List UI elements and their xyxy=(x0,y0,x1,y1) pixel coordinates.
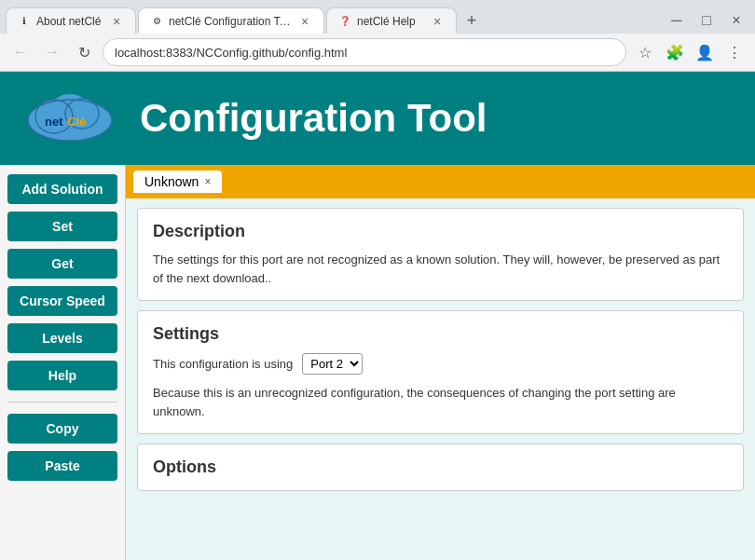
content-tab-close-icon[interactable]: × xyxy=(204,175,211,188)
content-area: Unknown × Description The settings for t… xyxy=(126,165,755,560)
restore-button[interactable]: □ xyxy=(693,7,720,34)
tab-close-config[interactable]: × xyxy=(297,14,312,29)
forward-button[interactable]: → xyxy=(39,39,65,65)
main-layout: Add Solution Set Get Cursor Speed Levels… xyxy=(0,165,755,560)
sidebar-divider xyxy=(7,402,117,403)
svg-text:Clé: Clé xyxy=(67,115,86,129)
content-scroll: Description The settings for this port a… xyxy=(126,198,755,560)
tab-close-help[interactable]: × xyxy=(430,14,445,29)
description-text: The settings for this port are not recog… xyxy=(153,251,728,287)
content-tab-unknown[interactable]: Unknown × xyxy=(133,171,222,193)
sidebar: Add Solution Set Get Cursor Speed Levels… xyxy=(0,165,126,560)
levels-button[interactable]: Levels xyxy=(7,323,117,353)
tab-label-help: netClé Help xyxy=(357,15,424,28)
settings-panel: Settings This configuration is using Por… xyxy=(137,310,744,434)
tab-about[interactable]: ℹ About netClé × xyxy=(6,7,136,34)
paste-button[interactable]: Paste xyxy=(7,451,117,481)
options-title: Options xyxy=(153,458,728,477)
address-url: localhost:8383/NCConfig.github/config.ht… xyxy=(115,46,614,60)
svg-text:net: net xyxy=(45,115,63,129)
address-bar[interactable]: localhost:8383/NCConfig.github/config.ht… xyxy=(103,38,626,66)
tab-close-about[interactable]: × xyxy=(109,14,124,29)
options-panel: Options xyxy=(137,444,744,491)
menu-button[interactable]: ⋮ xyxy=(721,39,748,65)
bookmark-button[interactable]: ☆ xyxy=(632,39,658,65)
cursor-speed-button[interactable]: Cursor Speed xyxy=(7,286,117,316)
nav-bar: ← → ↻ localhost:8383/NCConfig.github/con… xyxy=(0,34,755,71)
tab-label-config: netClé Configuration Tool xyxy=(169,15,292,28)
content-tab-strip: Unknown × xyxy=(126,165,755,198)
port-select[interactable]: Port 1 Port 2 Port 3 xyxy=(302,353,363,375)
browser-chrome: ℹ About netClé × ⚙ netClé Configuration … xyxy=(0,0,755,72)
tab-favicon-about: ℹ xyxy=(18,15,31,28)
back-button[interactable]: ← xyxy=(7,39,34,65)
minimize-button[interactable]: ─ xyxy=(664,7,690,34)
reload-button[interactable]: ↻ xyxy=(71,39,97,65)
tab-favicon-help: ❓ xyxy=(338,15,351,28)
new-tab-button[interactable]: + xyxy=(459,7,485,34)
description-panel: Description The settings for this port a… xyxy=(137,208,744,301)
content-tab-label: Unknown xyxy=(144,174,199,189)
logo-cloud: net Clé xyxy=(19,81,121,156)
logo-container: net Clé xyxy=(19,81,121,156)
close-window-button[interactable]: × xyxy=(723,7,749,34)
set-button[interactable]: Set xyxy=(7,212,117,241)
app-title: Configuration Tool xyxy=(140,96,487,141)
settings-title: Settings xyxy=(153,324,728,344)
nav-icons: ☆ 🧩 👤 ⋮ xyxy=(632,39,748,65)
port-label: This configuration is using xyxy=(153,355,293,374)
tab-label-about: About netClé xyxy=(36,15,103,28)
app-header: net Clé Configuration Tool xyxy=(0,72,755,165)
tab-favicon-config: ⚙ xyxy=(150,15,163,28)
add-solution-button[interactable]: Add Solution xyxy=(7,174,117,204)
profile-button[interactable]: 👤 xyxy=(692,39,718,65)
tab-help[interactable]: ❓ netClé Help × xyxy=(326,7,457,34)
tab-bar: ℹ About netClé × ⚙ netClé Configuration … xyxy=(0,0,755,34)
settings-warning-text: Because this is an unrecognized configur… xyxy=(153,384,728,420)
help-button[interactable]: Help xyxy=(7,361,117,390)
settings-row: This configuration is using Port 1 Port … xyxy=(153,353,728,375)
description-title: Description xyxy=(153,222,728,241)
copy-button[interactable]: Copy xyxy=(7,414,117,444)
get-button[interactable]: Get xyxy=(7,249,117,279)
extensions-button[interactable]: 🧩 xyxy=(662,39,688,65)
app-container: net Clé Configuration Tool Add Solution … xyxy=(0,72,755,560)
tab-config[interactable]: ⚙ netClé Configuration Tool × xyxy=(138,7,324,34)
